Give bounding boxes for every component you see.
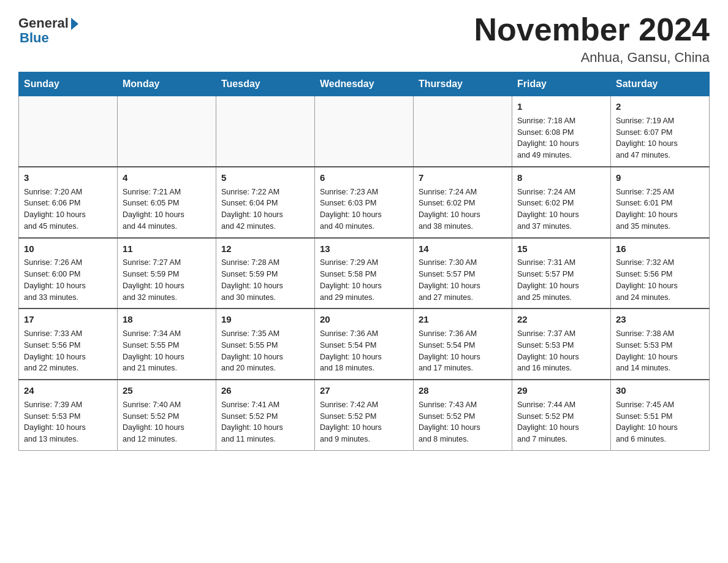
calendar-cell (216, 96, 315, 167)
calendar-cell: 18Sunrise: 7:34 AMSunset: 5:55 PMDayligh… (118, 308, 216, 380)
day-number: 11 (123, 242, 211, 256)
day-number: 20 (320, 313, 408, 326)
calendar-cell (414, 96, 512, 167)
weekday-header-saturday: Saturday (611, 72, 710, 96)
weekday-header-friday: Friday (512, 72, 611, 96)
day-info: Sunrise: 7:26 AMSunset: 6:00 PMDaylight:… (24, 257, 112, 303)
calendar-cell: 19Sunrise: 7:35 AMSunset: 5:55 PMDayligh… (216, 308, 315, 380)
day-info: Sunrise: 7:23 AMSunset: 6:03 PMDaylight:… (320, 186, 408, 232)
logo-blue-text: Blue (20, 30, 49, 46)
weekday-header-thursday: Thursday (414, 72, 512, 96)
calendar-cell: 27Sunrise: 7:42 AMSunset: 5:52 PMDayligh… (315, 380, 414, 450)
calendar-cell: 21Sunrise: 7:36 AMSunset: 5:54 PMDayligh… (414, 308, 512, 380)
day-info: Sunrise: 7:43 AMSunset: 5:52 PMDaylight:… (419, 399, 507, 445)
location-text: Anhua, Gansu, China (474, 50, 710, 66)
calendar-cell: 4Sunrise: 7:21 AMSunset: 6:05 PMDaylight… (118, 167, 216, 238)
day-info: Sunrise: 7:34 AMSunset: 5:55 PMDaylight:… (123, 328, 211, 374)
calendar-week-row: 1Sunrise: 7:18 AMSunset: 6:08 PMDaylight… (19, 96, 710, 167)
calendar-cell: 15Sunrise: 7:31 AMSunset: 5:57 PMDayligh… (512, 238, 611, 309)
day-info: Sunrise: 7:41 AMSunset: 5:52 PMDaylight:… (221, 399, 309, 445)
day-info: Sunrise: 7:39 AMSunset: 5:53 PMDaylight:… (24, 399, 112, 445)
logo-arrow-icon (71, 18, 78, 30)
day-info: Sunrise: 7:32 AMSunset: 5:56 PMDaylight:… (616, 257, 704, 303)
day-number: 12 (221, 242, 309, 256)
calendar-cell: 22Sunrise: 7:37 AMSunset: 5:53 PMDayligh… (512, 308, 611, 380)
calendar-cell: 30Sunrise: 7:45 AMSunset: 5:51 PMDayligh… (611, 380, 710, 450)
calendar-week-row: 3Sunrise: 7:20 AMSunset: 6:06 PMDaylight… (19, 167, 710, 238)
day-number: 2 (616, 100, 704, 113)
calendar-cell: 20Sunrise: 7:36 AMSunset: 5:54 PMDayligh… (315, 308, 414, 380)
day-number: 4 (123, 171, 211, 185)
weekday-header-monday: Monday (118, 72, 216, 96)
weekday-header-tuesday: Tuesday (216, 72, 315, 96)
calendar-cell: 8Sunrise: 7:24 AMSunset: 6:02 PMDaylight… (512, 167, 611, 238)
day-info: Sunrise: 7:25 AMSunset: 6:01 PMDaylight:… (616, 186, 704, 232)
day-info: Sunrise: 7:22 AMSunset: 6:04 PMDaylight:… (221, 186, 309, 232)
page-header: General Blue November 2024 Anhua, Gansu,… (18, 12, 710, 66)
day-number: 25 (123, 384, 211, 397)
calendar-cell: 29Sunrise: 7:44 AMSunset: 5:52 PMDayligh… (512, 380, 611, 450)
day-number: 28 (419, 384, 507, 397)
calendar-cell: 28Sunrise: 7:43 AMSunset: 5:52 PMDayligh… (414, 380, 512, 450)
calendar-cell: 2Sunrise: 7:19 AMSunset: 6:07 PMDaylight… (611, 96, 710, 167)
weekday-header-sunday: Sunday (19, 72, 118, 96)
calendar-cell: 11Sunrise: 7:27 AMSunset: 5:59 PMDayligh… (118, 238, 216, 309)
calendar-cell: 9Sunrise: 7:25 AMSunset: 6:01 PMDaylight… (611, 167, 710, 238)
calendar-cell (118, 96, 216, 167)
day-number: 15 (517, 242, 605, 256)
day-number: 16 (616, 242, 704, 256)
day-number: 30 (616, 384, 704, 397)
calendar-cell: 1Sunrise: 7:18 AMSunset: 6:08 PMDaylight… (512, 96, 611, 167)
day-info: Sunrise: 7:31 AMSunset: 5:57 PMDaylight:… (517, 257, 605, 303)
calendar-cell: 23Sunrise: 7:38 AMSunset: 5:53 PMDayligh… (611, 308, 710, 380)
calendar-cell: 13Sunrise: 7:29 AMSunset: 5:58 PMDayligh… (315, 238, 414, 309)
day-number: 29 (517, 384, 605, 397)
day-info: Sunrise: 7:24 AMSunset: 6:02 PMDaylight:… (517, 186, 605, 232)
title-block: November 2024 Anhua, Gansu, China (474, 12, 710, 66)
calendar-cell (19, 96, 118, 167)
day-number: 5 (221, 171, 309, 185)
day-number: 14 (419, 242, 507, 256)
day-number: 26 (221, 384, 309, 397)
calendar-cell: 26Sunrise: 7:41 AMSunset: 5:52 PMDayligh… (216, 380, 315, 450)
day-number: 13 (320, 242, 408, 256)
day-info: Sunrise: 7:28 AMSunset: 5:59 PMDaylight:… (221, 257, 309, 303)
day-number: 10 (24, 242, 112, 256)
day-number: 19 (221, 313, 309, 326)
day-info: Sunrise: 7:24 AMSunset: 6:02 PMDaylight:… (419, 186, 507, 232)
day-number: 22 (517, 313, 605, 326)
weekday-header-row: SundayMondayTuesdayWednesdayThursdayFrid… (19, 72, 710, 96)
month-title: November 2024 (474, 12, 710, 47)
day-info: Sunrise: 7:44 AMSunset: 5:52 PMDaylight:… (517, 399, 605, 445)
logo: General Blue (18, 15, 78, 46)
day-number: 18 (123, 313, 211, 326)
day-info: Sunrise: 7:33 AMSunset: 5:56 PMDaylight:… (24, 328, 112, 374)
calendar-week-row: 17Sunrise: 7:33 AMSunset: 5:56 PMDayligh… (19, 308, 710, 380)
day-info: Sunrise: 7:45 AMSunset: 5:51 PMDaylight:… (616, 399, 704, 445)
calendar-table: SundayMondayTuesdayWednesdayThursdayFrid… (18, 72, 710, 451)
calendar-cell: 3Sunrise: 7:20 AMSunset: 6:06 PMDaylight… (19, 167, 118, 238)
calendar-week-row: 24Sunrise: 7:39 AMSunset: 5:53 PMDayligh… (19, 380, 710, 450)
day-info: Sunrise: 7:19 AMSunset: 6:07 PMDaylight:… (616, 115, 704, 161)
day-info: Sunrise: 7:37 AMSunset: 5:53 PMDaylight:… (517, 328, 605, 374)
day-info: Sunrise: 7:42 AMSunset: 5:52 PMDaylight:… (320, 399, 408, 445)
day-number: 1 (517, 100, 605, 113)
day-info: Sunrise: 7:35 AMSunset: 5:55 PMDaylight:… (221, 328, 309, 374)
day-info: Sunrise: 7:36 AMSunset: 5:54 PMDaylight:… (419, 328, 507, 374)
day-info: Sunrise: 7:30 AMSunset: 5:57 PMDaylight:… (419, 257, 507, 303)
calendar-cell (315, 96, 414, 167)
day-number: 3 (24, 171, 112, 185)
day-info: Sunrise: 7:18 AMSunset: 6:08 PMDaylight:… (517, 115, 605, 161)
weekday-header-wednesday: Wednesday (315, 72, 414, 96)
day-number: 23 (616, 313, 704, 326)
calendar-cell: 16Sunrise: 7:32 AMSunset: 5:56 PMDayligh… (611, 238, 710, 309)
day-info: Sunrise: 7:20 AMSunset: 6:06 PMDaylight:… (24, 186, 112, 232)
calendar-week-row: 10Sunrise: 7:26 AMSunset: 6:00 PMDayligh… (19, 238, 710, 309)
day-number: 7 (419, 171, 507, 185)
day-info: Sunrise: 7:27 AMSunset: 5:59 PMDaylight:… (123, 257, 211, 303)
day-number: 17 (24, 313, 112, 326)
day-number: 8 (517, 171, 605, 185)
day-number: 9 (616, 171, 704, 185)
calendar-cell: 5Sunrise: 7:22 AMSunset: 6:04 PMDaylight… (216, 167, 315, 238)
day-number: 6 (320, 171, 408, 185)
